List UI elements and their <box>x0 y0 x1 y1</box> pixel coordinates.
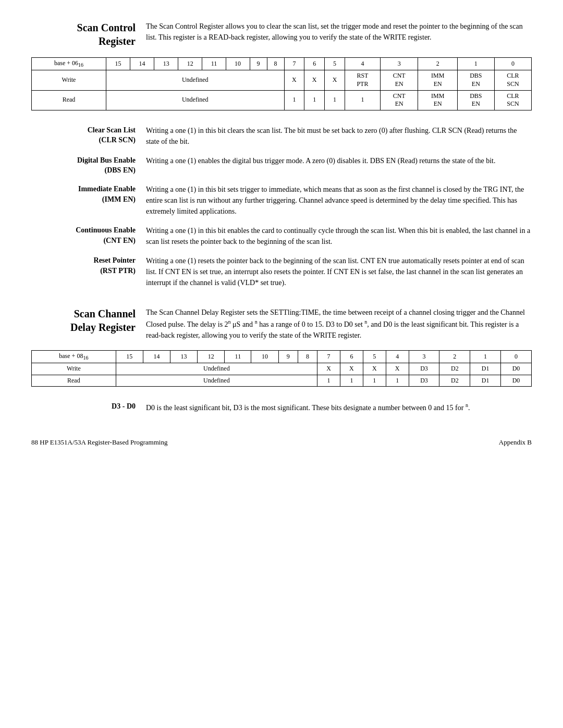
dbs-en-block: Digital Bus Enable (DBS EN) Writing a on… <box>31 155 532 176</box>
footer-right: Appendix B <box>499 438 532 447</box>
d3-d0-content: D0 is the least significant bit, D3 is t… <box>146 401 532 413</box>
dbs-en-label: Digital Bus Enable (DBS EN) <box>31 155 146 176</box>
table2-read-row: Read Undefined 1 1 1 1 D3 D2 D1 D0 <box>32 375 532 387</box>
rst-ptr-label: Reset Pointer (RST PTR) <box>31 255 146 288</box>
cnt-en-content: Writing a one (1) in this bit enables th… <box>146 225 532 247</box>
page-footer: 88 HP E1351A/53A Register-Based Programm… <box>31 434 532 447</box>
scan-channel-label: Scan Channel Delay Register <box>31 307 146 341</box>
table2-header-row: base + 0816 15 14 13 12 11 10 9 8 7 6 5 … <box>32 350 532 363</box>
table1-address: base + 0616 <box>32 58 106 70</box>
table2-address: base + 0816 <box>32 350 116 363</box>
scan-channel-title: Scan Channel Delay Register <box>31 307 136 334</box>
footer-left: 88 HP E1351A/53A Register-Based Programm… <box>31 438 167 447</box>
d3-d0-block: D3 - D0 D0 is the least significant bit,… <box>31 401 532 413</box>
rst-ptr-block: Reset Pointer (RST PTR) Writing a one (1… <box>31 255 532 288</box>
table1-header-row: base + 0616 15 14 13 12 11 10 9 8 7 6 5 … <box>32 58 532 70</box>
table1-write-row: Write Undefined X X X RSTPTR CNTEN IMMEN… <box>32 70 532 90</box>
cnt-en-block: Continuous Enable (CNT EN) Writing a one… <box>31 225 532 247</box>
scan-control-description: The Scan Control Register allows you to … <box>146 21 532 48</box>
register-table-1: base + 0616 15 14 13 12 11 10 9 8 7 6 5 … <box>31 57 532 110</box>
table2-write-row: Write Undefined X X X X D3 D2 D1 D0 <box>32 363 532 375</box>
imm-en-block: Immediate Enable (IMM EN) Writing a one … <box>31 184 532 217</box>
imm-en-content: Writing a one (1) in this bit sets trigg… <box>146 184 532 217</box>
scan-channel-section: Scan Channel Delay Register The Scan Cha… <box>31 307 532 341</box>
page-content: Scan Control Register The Scan Control R… <box>31 21 532 447</box>
d3-d0-label: D3 - D0 <box>31 401 146 413</box>
clr-scn-label: Clear Scan List (CLR SCN) <box>31 125 146 147</box>
dbs-en-content: Writing a one (1) enables the digital bu… <box>146 155 532 176</box>
imm-en-label: Immediate Enable (IMM EN) <box>31 184 146 217</box>
scan-control-label: Scan Control Register <box>31 21 146 48</box>
scan-control-title: Scan Control Register <box>31 21 136 48</box>
clr-scn-block: Clear Scan List (CLR SCN) Writing a one … <box>31 125 532 147</box>
cnt-en-label: Continuous Enable (CNT EN) <box>31 225 146 247</box>
register-table-2: base + 0816 15 14 13 12 11 10 9 8 7 6 5 … <box>31 350 532 387</box>
table1-read-row: Read Undefined 1 1 1 1 CNTEN IMMEN DBSEN… <box>32 90 532 110</box>
rst-ptr-content: Writing a one (1) resets the pointer bac… <box>146 255 532 288</box>
scan-channel-description: The Scan Channel Delay Register sets the… <box>146 307 532 341</box>
clr-scn-content: Writing a one (1) in this bit clears the… <box>146 125 532 147</box>
scan-control-section: Scan Control Register The Scan Control R… <box>31 21 532 48</box>
